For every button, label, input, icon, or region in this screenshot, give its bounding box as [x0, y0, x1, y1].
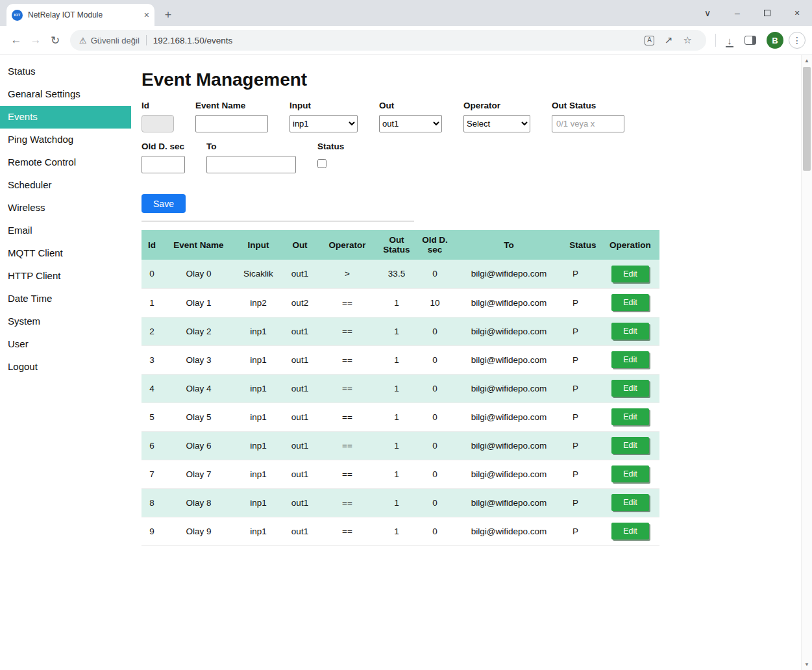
cell-name: Olay 7	[162, 460, 235, 488]
out-status-input[interactable]	[552, 115, 624, 132]
old-d-input[interactable]	[141, 156, 185, 173]
table-row: 1Olay 1inp2out2==110bilgi@wifidepo.comPE…	[141, 288, 659, 317]
back-button[interactable]: ←	[6, 34, 26, 47]
cell-out: out1	[282, 345, 318, 374]
table-row: 0Olay 0Sicaklikout1>33.50bilgi@wifidepo.…	[141, 260, 659, 288]
sidebar-item-user[interactable]: User	[0, 333, 131, 356]
forward-button[interactable]: →	[26, 34, 45, 47]
edit-button[interactable]: Edit	[611, 351, 649, 368]
sidebar-item-scheduler[interactable]: Scheduler	[0, 174, 131, 197]
to-input[interactable]	[206, 156, 296, 173]
cell-old-d: 0	[417, 517, 453, 545]
cell-out: out1	[282, 403, 318, 431]
edit-button[interactable]: Edit	[611, 380, 649, 397]
address-bar[interactable]: ⚠ Güvenli değil 192.168.1.50/events A ↗ …	[70, 30, 706, 51]
cell-to: bilgi@wifidepo.com	[453, 288, 565, 317]
cell-name: Olay 2	[162, 317, 235, 345]
table-row: 6Olay 6inp1out1==10bilgi@wifidepo.comPEd…	[141, 431, 659, 460]
share-icon[interactable]: ↗	[665, 34, 673, 46]
sidebar-item-email[interactable]: Email	[0, 219, 131, 242]
id-label: Id	[141, 101, 174, 110]
table-body: 0Olay 0Sicaklikout1>33.50bilgi@wifidepo.…	[141, 260, 659, 545]
edit-button[interactable]: Edit	[611, 523, 649, 540]
maximize-button[interactable]	[752, 0, 782, 26]
side-panel-icon[interactable]	[744, 36, 756, 45]
status-checkbox[interactable]	[317, 159, 326, 168]
cell-operation: Edit	[601, 403, 659, 431]
translate-icon[interactable]: A	[645, 36, 654, 45]
bookmark-star-icon[interactable]: ☆	[683, 34, 692, 46]
cell-id: 3	[141, 345, 162, 374]
cell-to: bilgi@wifidepo.com	[453, 260, 565, 288]
cell-old-d: 0	[417, 431, 453, 460]
edit-button[interactable]: Edit	[611, 323, 649, 340]
column-header: Out Status	[376, 230, 417, 260]
scroll-down-icon[interactable]: ▼	[802, 659, 812, 670]
edit-button[interactable]: Edit	[611, 437, 649, 454]
cell-operation: Edit	[601, 431, 659, 460]
download-icon[interactable]: ↓	[720, 35, 739, 46]
cell-input: inp1	[235, 403, 282, 431]
sidebar-item-date-time[interactable]: Date Time	[0, 288, 131, 310]
event-form-row-2: Old D. sec To Status	[141, 142, 801, 173]
sidebar-item-genaral-settings[interactable]: Genaral Settings	[0, 83, 131, 106]
input-select[interactable]: inp1	[289, 115, 358, 132]
sidebar-item-remote-control[interactable]: Remote Control	[0, 151, 131, 174]
page-content: StatusGenaral SettingsEventsPing Watchdo…	[0, 55, 812, 670]
save-button[interactable]: Save	[141, 194, 186, 213]
input-field: Input inp1	[289, 101, 358, 132]
edit-button[interactable]: Edit	[611, 408, 649, 425]
reload-button[interactable]: ↻	[45, 34, 65, 47]
operator-select[interactable]: Select	[463, 115, 530, 132]
sidebar-item-ping-watchdog[interactable]: Ping Watchdog	[0, 129, 131, 151]
menu-icon[interactable]: ⋮	[789, 32, 806, 49]
cell-out-status: 1	[376, 488, 417, 517]
tab-close-icon[interactable]: ×	[144, 10, 149, 20]
edit-button[interactable]: Edit	[611, 465, 649, 482]
column-header: Out	[282, 230, 318, 260]
old-d-field: Old D. sec	[141, 142, 185, 173]
cell-to: bilgi@wifidepo.com	[453, 374, 565, 403]
operator-field: Operator Select	[463, 101, 530, 132]
edit-button[interactable]: Edit	[611, 266, 649, 282]
cell-operator: ==	[318, 431, 376, 460]
table-row: 4Olay 4inp1out1==10bilgi@wifidepo.comPEd…	[141, 374, 659, 403]
maximize-icon	[764, 10, 770, 16]
cell-name: Olay 9	[162, 517, 235, 545]
cell-status: P	[565, 288, 601, 317]
profile-avatar[interactable]: B	[767, 32, 783, 49]
cell-old-d: 0	[417, 374, 453, 403]
navbar: ← → ↻ ⚠ Güvenli değil 192.168.1.50/event…	[0, 26, 812, 55]
out-field: Out out1	[379, 101, 442, 132]
sidebar-item-events[interactable]: Events	[0, 106, 131, 129]
sidebar-item-system[interactable]: System	[0, 310, 131, 333]
favicon-icon: IOT	[12, 10, 23, 21]
tab-search-icon[interactable]: ∨	[693, 0, 722, 26]
page-scrollbar[interactable]: ▲ ▼	[801, 55, 812, 670]
cell-to: bilgi@wifidepo.com	[453, 460, 565, 488]
event-name-input[interactable]	[195, 115, 268, 132]
sidebar-item-wireless[interactable]: Wireless	[0, 197, 131, 219]
sidebar-item-status[interactable]: Status	[0, 60, 131, 83]
sidebar-item-http-client[interactable]: HTTP Client	[0, 265, 131, 288]
minimize-button[interactable]: –	[722, 0, 752, 26]
cell-operator: ==	[318, 460, 376, 488]
sidebar-item-mqtt-client[interactable]: MQTT Client	[0, 242, 131, 265]
browser-tab[interactable]: IOT NetRelay IOT Module ×	[6, 4, 154, 26]
favicon-text: IOT	[14, 13, 21, 17]
cell-out-status: 33.5	[376, 260, 417, 288]
edit-button[interactable]: Edit	[611, 294, 649, 311]
cell-to: bilgi@wifidepo.com	[453, 403, 565, 431]
scroll-up-icon[interactable]: ▲	[802, 55, 812, 66]
cell-name: Olay 4	[162, 374, 235, 403]
scrollbar-thumb[interactable]	[803, 67, 811, 171]
edit-button[interactable]: Edit	[611, 494, 649, 511]
sidebar-item-logout[interactable]: Logout	[0, 356, 131, 378]
cell-status: P	[565, 345, 601, 374]
close-button[interactable]: ×	[782, 0, 812, 26]
cell-old-d: 0	[417, 403, 453, 431]
cell-operator: >	[318, 260, 376, 288]
new-tab-button[interactable]: +	[158, 5, 178, 25]
toolbar-divider	[715, 34, 716, 47]
out-select[interactable]: out1	[379, 115, 442, 132]
